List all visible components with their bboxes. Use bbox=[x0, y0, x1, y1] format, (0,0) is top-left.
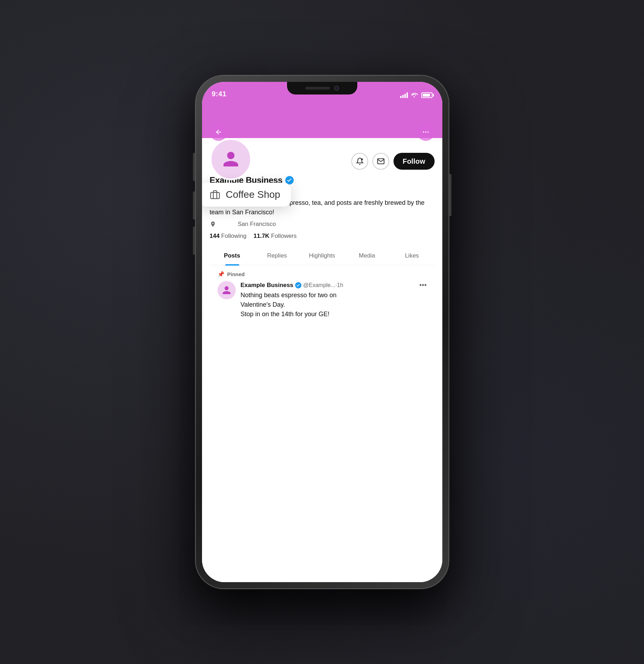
followers-stat[interactable]: 11.7K Followers bbox=[253, 233, 297, 240]
followers-label: Followers bbox=[271, 233, 297, 239]
profile-tabs: Posts Replies Highlights Media Likes bbox=[210, 247, 435, 265]
briefcase-icon bbox=[210, 189, 220, 200]
phone-device: 9:41 bbox=[196, 76, 449, 588]
post-handle: @Example...·1h bbox=[303, 282, 343, 288]
category-tooltip: Coffee Shop bbox=[202, 183, 291, 207]
pinned-label: 📌 Pinned bbox=[217, 265, 427, 281]
following-stat[interactable]: 144 Following bbox=[210, 233, 247, 240]
signal-icon bbox=[400, 92, 408, 98]
post-more-button[interactable]: ••• bbox=[419, 281, 427, 289]
avatar-ring bbox=[210, 138, 252, 180]
followers-count: 11.7K bbox=[253, 233, 269, 239]
phone-screen: 9:41 bbox=[202, 82, 442, 582]
back-button[interactable] bbox=[210, 123, 227, 141]
tab-highlights[interactable]: Highlights bbox=[300, 247, 345, 265]
post-verified-icon bbox=[295, 282, 301, 288]
message-button[interactable] bbox=[372, 153, 389, 170]
tab-replies[interactable]: Replies bbox=[255, 247, 300, 265]
svg-point-2 bbox=[427, 131, 429, 133]
following-label: Following bbox=[221, 233, 247, 239]
pin-icon: 📌 bbox=[217, 271, 225, 278]
tab-likes[interactable]: Likes bbox=[390, 247, 435, 265]
speaker bbox=[305, 87, 330, 90]
location-row: San Francisco Coffee Shop bbox=[210, 221, 435, 228]
phone-notch bbox=[287, 82, 357, 95]
post-line2: Valentine's Day. bbox=[241, 301, 285, 308]
location-text: San Francisco bbox=[238, 221, 276, 228]
post-item: Example Business @Example...·1h ••• bbox=[217, 281, 427, 324]
avatar bbox=[210, 138, 252, 180]
pinned-text: Pinned bbox=[227, 271, 245, 277]
post-header: Example Business @Example...·1h ••• bbox=[241, 281, 427, 289]
back-arrow-icon bbox=[215, 128, 222, 136]
stats-row: 144 Following 11.7K Followers bbox=[210, 233, 435, 240]
post-content: Example Business @Example...·1h ••• bbox=[241, 281, 427, 319]
wifi-icon bbox=[411, 92, 418, 98]
posts-section: 📌 Pinned Example Business bbox=[210, 265, 435, 324]
post-text: Nothing beats espresso for two on Valent… bbox=[241, 291, 427, 319]
status-icons bbox=[400, 92, 432, 98]
post-author: Example Business @Example...·1h bbox=[241, 282, 343, 289]
profile-screen: Follow Example Business @ExampleBusiness… bbox=[202, 102, 442, 582]
avatar-person-icon bbox=[222, 150, 240, 168]
status-time: 9:41 bbox=[212, 90, 227, 98]
post-author-name: Example Business bbox=[241, 282, 293, 289]
svg-rect-6 bbox=[210, 193, 219, 199]
more-button[interactable] bbox=[417, 123, 435, 141]
front-camera bbox=[334, 86, 339, 91]
follow-button[interactable]: Follow bbox=[393, 153, 435, 170]
svg-point-0 bbox=[423, 131, 424, 133]
notification-button[interactable] bbox=[351, 153, 368, 170]
tab-posts[interactable]: Posts bbox=[210, 247, 255, 265]
svg-point-1 bbox=[425, 131, 427, 133]
nav-buttons bbox=[202, 123, 442, 141]
following-count: 144 bbox=[210, 233, 220, 239]
more-icon bbox=[422, 128, 430, 136]
post-line3: Stop in on the 14th for your GE! bbox=[241, 311, 330, 318]
notification-add-icon bbox=[356, 157, 364, 165]
tab-media[interactable]: Media bbox=[345, 247, 390, 265]
battery-icon bbox=[421, 92, 432, 98]
message-icon bbox=[377, 157, 385, 165]
category-label: Coffee Shop bbox=[226, 189, 280, 200]
location-icon bbox=[210, 221, 216, 227]
post-avatar-icon bbox=[222, 285, 232, 295]
post-line1: Nothing beats espresso for two on bbox=[241, 292, 337, 299]
post-avatar bbox=[217, 281, 236, 299]
